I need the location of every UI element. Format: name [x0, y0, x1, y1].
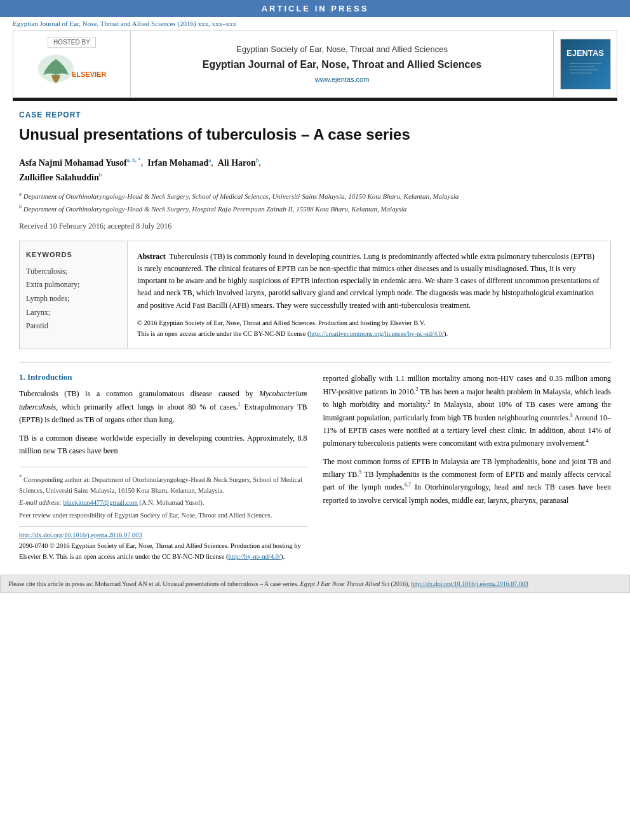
svg-text:ELSEVIER: ELSEVIER: [72, 70, 106, 78]
intro-para-1: Tuberculosis (TB) is a common granulomat…: [19, 387, 307, 426]
citation-bar: Please cite this article in press as: Mo…: [0, 575, 630, 593]
ejentas-logo: EJENTAS: [560, 39, 611, 90]
intro-para-2: TB is a common disease worldwide especia…: [19, 432, 307, 458]
header-right: EJENTAS: [553, 30, 617, 97]
author-1: Asfa Najmi Mohamad Yusof: [19, 158, 127, 168]
doi-link-text[interactable]: http://dx.doi.org/10.1016/j.ejenta.2016.…: [19, 530, 307, 541]
email-link[interactable]: bhiekitten4477@gmail.com: [64, 499, 138, 506]
intro-body-right: reported globally with 1.1 million morta…: [323, 372, 612, 507]
cc-license-link[interactable]: http://creativecommons.org/licenses/by-n…: [309, 330, 444, 337]
abstract-section: KEYWORDS Tuberculosis; Extra pulmonary; …: [19, 241, 611, 350]
abstract-box: Abstract Tuberculosis (TB) is commonly f…: [128, 241, 610, 349]
citation-doi-link[interactable]: http://dx.doi.org/10.1016/j.ejenta.2016.…: [411, 580, 528, 587]
intro-right-para-2: The most common forms of EPTB in Malaysi…: [323, 455, 612, 507]
section-divider: [19, 362, 611, 363]
issn-line: 2090-0740 © 2016 Egyptian Society of Ear…: [19, 541, 307, 563]
copyright-text: © 2016 Egyptian Society of Ear, Nose, Th…: [137, 318, 601, 340]
footnote-asterisk: * Corresponding author at: Department of…: [19, 472, 307, 496]
body-left: 1. Introduction Tuberculosis (TB) is a c…: [19, 372, 307, 562]
footnote-email: E-mail address: bhiekitten4477@gmail.com…: [19, 498, 307, 509]
body-columns: 1. Introduction Tuberculosis (TB) is a c…: [19, 372, 611, 562]
journal-header: HOSTED BY ELSEVIER Egyptian Society of E…: [13, 30, 617, 98]
keyword-3: Lymph nodes;: [26, 292, 121, 306]
received-date: Received 10 February 2016; accepted 8 Ju…: [19, 222, 611, 231]
article-type-label: CASE REPORT: [19, 110, 611, 119]
journal-title: Egyptian Journal of Ear, Nose, Throat an…: [203, 59, 482, 70]
keyword-5: Parotid: [26, 319, 121, 333]
authors-line-2: Zulkiflee Salahuddinb: [19, 171, 611, 183]
doi-link[interactable]: http://dx.doi.org/10.1016/j.ejenta.2016.…: [19, 531, 142, 538]
bottom-doi: http://dx.doi.org/10.1016/j.ejenta.2016.…: [19, 526, 307, 562]
footnote-peer-review: Peer review under responsibility of Egyp…: [19, 510, 307, 521]
affiliation-b-marker: b: [19, 204, 22, 210]
journal-link[interactable]: Egyptian Journal of Ear, Nose, Throat an…: [13, 20, 236, 27]
affiliation-b: b Department of Otorhinolaryngology-Head…: [19, 203, 611, 214]
journal-website[interactable]: www.ejentas.com: [315, 76, 370, 83]
intro-right-para-1: reported globally with 1.1 million morta…: [323, 372, 612, 450]
author-4-superscript: b: [99, 171, 102, 178]
footnote-section: * Corresponding author at: Department of…: [19, 467, 307, 521]
header-left: HOSTED BY ELSEVIER: [13, 30, 131, 97]
article-title: Unusual presentations of tuberculosis – …: [19, 124, 611, 144]
keyword-1: Tuberculosis;: [26, 265, 121, 279]
journal-website-link[interactable]: www.ejentas.com: [315, 76, 370, 83]
keywords-title: KEYWORDS: [26, 251, 121, 258]
intro-body-left: Tuberculosis (TB) is a common granulomat…: [19, 387, 307, 457]
license-link-bottom[interactable]: http://by-no-nd/4.0/: [228, 553, 281, 560]
elsevier-logo: ELSEVIER: [34, 53, 110, 91]
body-right: reported globally with 1.1 million morta…: [323, 372, 612, 562]
author-4: Zulkiflee Salahuddin: [19, 173, 99, 182]
keywords-box: KEYWORDS Tuberculosis; Extra pulmonary; …: [20, 241, 128, 349]
affiliation-a-marker: a: [19, 191, 22, 197]
journal-reference-link[interactable]: Egyptian Journal of Ear, Nose, Throat an…: [0, 17, 630, 30]
affiliation-a: a Department of Otorhinolaryngology-Head…: [19, 190, 611, 201]
hosted-by-label: HOSTED BY: [48, 37, 96, 48]
author-3-superscript: b: [256, 157, 259, 163]
main-content: CASE REPORT Unusual presentations of tub…: [0, 101, 630, 571]
keyword-4: Larynx;: [26, 306, 121, 320]
keyword-2: Extra pulmonary;: [26, 278, 121, 292]
intro-heading: 1. Introduction: [19, 372, 307, 382]
author-2-superscript: a: [208, 157, 211, 163]
abstract-label: Abstract: [137, 252, 166, 261]
author-2: Irfan Mohamad: [147, 158, 208, 168]
abstract-text: Abstract Tuberculosis (TB) is commonly f…: [137, 251, 601, 312]
authors-line: Asfa Najmi Mohamad Yusofa, b, *, Irfan M…: [19, 157, 611, 168]
author-1-superscript: a, b, *: [127, 157, 141, 163]
journal-society: Egyptian Society of Ear, Nose, Throat an…: [236, 44, 448, 54]
affiliations: a Department of Otorhinolaryngology-Head…: [19, 190, 611, 214]
header-center: Egyptian Society of Ear, Nose, Throat an…: [131, 30, 553, 97]
author-3: Ali Haron: [218, 158, 256, 168]
ejentas-text: EJENTAS: [566, 48, 604, 58]
article-in-press-banner: ARTICLE IN PRESS: [0, 0, 630, 17]
